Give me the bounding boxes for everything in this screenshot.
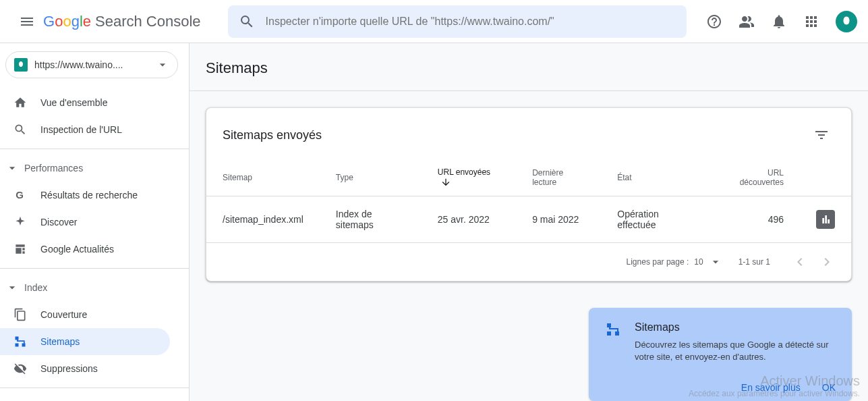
product-name: Search Console bbox=[95, 13, 201, 30]
home-icon bbox=[13, 96, 30, 109]
filter-icon bbox=[813, 127, 830, 143]
sidebar-item-label: Inspection de l'URL bbox=[40, 124, 122, 135]
hamburger-menu-button[interactable] bbox=[11, 5, 43, 38]
svg-text:G: G bbox=[16, 189, 24, 200]
chevron-down-icon bbox=[709, 255, 722, 269]
cell-sitemap: /sitemap_index.xml bbox=[206, 196, 320, 243]
cell-discovered: 496 bbox=[709, 196, 800, 243]
section-index[interactable]: Index bbox=[0, 274, 189, 301]
sidebar-item-sitemaps[interactable]: Sitemaps bbox=[0, 328, 170, 355]
help-icon bbox=[706, 14, 722, 30]
rows-per-page-select[interactable]: Lignes par page : 10 bbox=[627, 255, 722, 269]
sidebar-item-search-results[interactable]: G Résultats de recherche bbox=[0, 182, 170, 209]
tip-title: Sitemaps bbox=[635, 321, 836, 333]
ok-button[interactable]: OK bbox=[822, 382, 836, 393]
search-icon bbox=[13, 123, 30, 136]
col-discovered[interactable]: URL découvertes bbox=[709, 157, 800, 196]
sidebar-item-label: Couverture bbox=[40, 309, 87, 320]
notifications-button[interactable] bbox=[765, 8, 792, 35]
card-title: Sitemaps envoyés bbox=[223, 128, 322, 142]
tip-card: Sitemaps Découvrez les sitemaps que Goog… bbox=[589, 308, 852, 401]
section-experience[interactable]: Expérience bbox=[0, 394, 189, 401]
account-avatar[interactable] bbox=[836, 11, 857, 32]
cell-sent: 25 avr. 2022 bbox=[422, 196, 516, 243]
next-page-button[interactable] bbox=[813, 248, 840, 275]
menu-icon bbox=[19, 14, 35, 30]
col-url-sent[interactable]: URL envoyées bbox=[422, 157, 516, 196]
tip-body: Découvrez les sitemaps que Google a déte… bbox=[635, 339, 836, 363]
header-actions bbox=[701, 8, 857, 35]
search-input[interactable] bbox=[266, 16, 676, 28]
search-icon bbox=[239, 14, 255, 30]
chevron-right-icon bbox=[819, 254, 835, 270]
url-inspect-search[interactable] bbox=[228, 5, 687, 38]
table-row[interactable]: /sitemap_index.xml Index de sitemaps 25 … bbox=[206, 196, 851, 243]
visibility-off-icon bbox=[13, 362, 30, 375]
col-type[interactable]: Type bbox=[320, 157, 422, 196]
prev-page-button[interactable] bbox=[786, 248, 813, 275]
cell-type: Index de sitemaps bbox=[320, 196, 422, 243]
chevron-left-icon bbox=[792, 254, 808, 270]
sidebar-item-label: Résultats de recherche bbox=[40, 190, 138, 200]
section-label: Index bbox=[24, 282, 47, 293]
logo[interactable]: Google Search Console bbox=[43, 13, 201, 30]
help-button[interactable] bbox=[701, 8, 728, 35]
sitemaps-table: Sitemap Type URL envoyées Dernière lectu… bbox=[206, 157, 851, 242]
chevron-down-icon bbox=[156, 58, 169, 72]
bell-icon bbox=[771, 14, 787, 30]
property-favicon bbox=[14, 58, 28, 72]
users-settings-button[interactable] bbox=[733, 8, 760, 35]
top-header: Google Search Console bbox=[0, 0, 868, 43]
col-sitemap[interactable]: Sitemap bbox=[206, 157, 320, 196]
col-last-read[interactable]: Dernière lecture bbox=[516, 157, 601, 196]
sidebar-item-label: Suppressions bbox=[40, 363, 98, 374]
arrow-down-icon bbox=[440, 177, 451, 188]
sidebar-item-discover[interactable]: Discover bbox=[0, 209, 170, 236]
google-logo: Google bbox=[43, 13, 91, 30]
apps-button[interactable] bbox=[798, 8, 825, 35]
table-footer: Lignes par page : 10 1-1 sur 1 bbox=[206, 242, 851, 281]
sidebar-item-inspection[interactable]: Inspection de l'URL bbox=[0, 116, 170, 143]
apps-grid-icon bbox=[803, 14, 819, 30]
sidebar-item-label: Discover bbox=[40, 217, 77, 228]
google-g-icon: G bbox=[13, 188, 30, 202]
chevron-down-icon bbox=[5, 161, 19, 175]
property-url: https://www.twaino.... bbox=[34, 59, 156, 70]
sidebar-item-removals[interactable]: Suppressions bbox=[0, 355, 170, 382]
sidebar-item-label: Sitemaps bbox=[40, 336, 80, 347]
filter-button[interactable] bbox=[808, 122, 835, 149]
view-details-button[interactable] bbox=[816, 210, 835, 229]
sidebar: https://www.twaino.... Vue d'ensemble In… bbox=[0, 43, 189, 401]
chevron-down-icon bbox=[5, 281, 19, 294]
cell-last-read: 9 mai 2022 bbox=[516, 196, 601, 243]
cell-state: Opération effectuée bbox=[601, 196, 708, 243]
sitemap-icon bbox=[605, 321, 621, 387]
manage-users-icon bbox=[739, 14, 755, 30]
sitemap-icon bbox=[13, 335, 30, 348]
sidebar-item-overview[interactable]: Vue d'ensemble bbox=[0, 89, 170, 116]
main-content: Sitemaps Sitemaps envoyés Sitemap Type U… bbox=[189, 43, 868, 401]
sidebar-item-coverage[interactable]: Couverture bbox=[0, 301, 170, 328]
bar-chart-icon bbox=[820, 214, 831, 225]
section-label: Performances bbox=[24, 163, 83, 173]
page-title: Sitemaps bbox=[190, 43, 868, 91]
col-state[interactable]: État bbox=[601, 157, 708, 196]
news-icon bbox=[13, 242, 30, 256]
learn-more-link[interactable]: En savoir plus bbox=[741, 382, 801, 393]
sidebar-item-label: Google Actualités bbox=[40, 244, 114, 255]
sidebar-item-news[interactable]: Google Actualités bbox=[0, 236, 170, 263]
rows-label: Lignes par page : bbox=[627, 257, 689, 267]
discover-icon bbox=[13, 215, 30, 229]
divider bbox=[0, 149, 189, 149]
sidebar-item-label: Vue d'ensemble bbox=[40, 97, 107, 108]
pages-icon bbox=[13, 308, 30, 321]
page-range: 1-1 sur 1 bbox=[739, 257, 770, 267]
rows-value: 10 bbox=[694, 257, 703, 267]
sitemaps-card: Sitemaps envoyés Sitemap Type URL envoyé… bbox=[206, 107, 852, 282]
divider bbox=[0, 268, 189, 269]
section-performance[interactable]: Performances bbox=[0, 155, 189, 182]
property-selector[interactable]: https://www.twaino.... bbox=[5, 51, 178, 78]
avatar-icon bbox=[840, 16, 852, 28]
divider bbox=[0, 387, 189, 388]
